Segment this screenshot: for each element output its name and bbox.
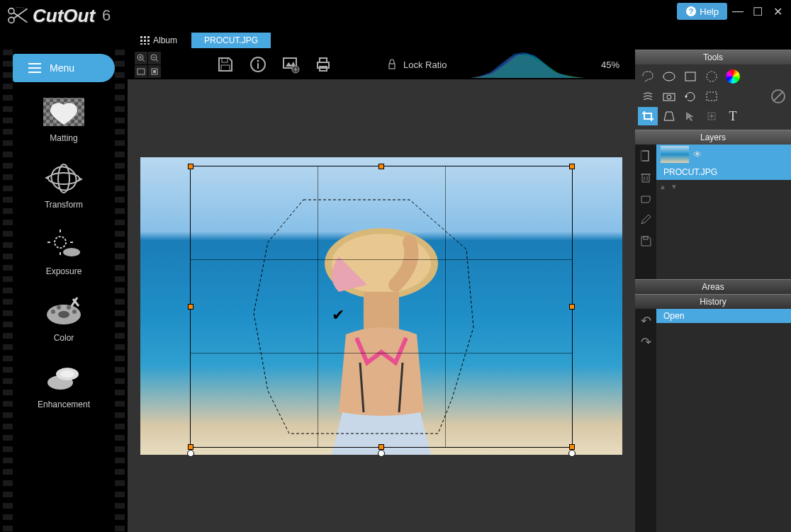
- layer-duplicate-button[interactable]: [637, 190, 654, 207]
- menu-icon: [27, 61, 43, 75]
- actual-button[interactable]: [148, 65, 161, 78]
- crop-handle-tl[interactable]: [188, 164, 193, 169]
- histogram: [471, 51, 584, 78]
- crop-handle-mr[interactable]: [569, 304, 575, 310]
- layer-down-button[interactable]: ▼: [671, 183, 678, 191]
- rotate-handle-bl[interactable]: [187, 450, 194, 457]
- image-add-button[interactable]: [279, 52, 303, 77]
- layer-thumbnail: [661, 146, 689, 163]
- tool-marquee[interactable]: [702, 87, 722, 106]
- save-button[interactable]: [213, 52, 237, 77]
- svg-point-76: [667, 95, 671, 99]
- tool-move[interactable]: [680, 107, 700, 125]
- tool-rotate[interactable]: [680, 87, 700, 106]
- tool-brush[interactable]: [638, 87, 658, 106]
- rotate-handle-bm[interactable]: [378, 450, 385, 457]
- crop-frame[interactable]: [190, 166, 573, 448]
- zoom-in-button[interactable]: [135, 52, 147, 64]
- svg-line-50: [156, 60, 158, 62]
- redo-button[interactable]: ↷: [641, 334, 651, 350]
- brush-icon: [641, 90, 655, 103]
- crop-handle-br[interactable]: [569, 444, 575, 450]
- layer-visibility-icon[interactable]: 👁: [693, 149, 702, 159]
- app-version: 6: [102, 6, 111, 25]
- confirm-icon[interactable]: ✔: [332, 306, 344, 324]
- pointer-icon: [683, 110, 697, 123]
- svg-point-28: [55, 237, 66, 248]
- tool-lasso[interactable]: [638, 67, 658, 86]
- rotate-handle-br[interactable]: [568, 450, 576, 457]
- svg-point-25: [47, 162, 80, 195]
- svg-rect-59: [257, 63, 259, 69]
- tabbar: Album PROCUT.JPG: [0, 31, 791, 50]
- print-button[interactable]: [311, 52, 335, 77]
- crop-handle-ml[interactable]: [188, 304, 193, 310]
- layer-order-arrows: ▲ ▼: [656, 180, 791, 193]
- color-icon: [39, 295, 89, 329]
- crop-handle-bl[interactable]: [188, 444, 193, 450]
- tool-text[interactable]: T: [723, 107, 743, 125]
- svg-rect-8: [147, 36, 150, 38]
- lock-ratio-toggle[interactable]: Lock Ratio: [386, 59, 447, 70]
- tool-color-wheel[interactable]: [723, 67, 743, 86]
- tool-expand[interactable]: [702, 107, 722, 125]
- history-item[interactable]: Open: [656, 309, 791, 323]
- tool-rect-select[interactable]: [680, 67, 700, 86]
- expand-icon: [705, 110, 719, 123]
- svg-rect-6: [140, 36, 142, 38]
- tool-crop[interactable]: [638, 107, 658, 125]
- svg-rect-78: [707, 92, 717, 101]
- layer-delete-button[interactable]: [637, 169, 654, 186]
- app-logo: CutOut 6: [6, 4, 111, 27]
- save-icon: [216, 55, 235, 74]
- crop-handle-tr[interactable]: [569, 164, 575, 169]
- rotate-icon: [683, 90, 697, 103]
- sidebar-item-matting[interactable]: Matting: [13, 89, 115, 149]
- layer-edit-button[interactable]: [637, 211, 654, 228]
- tab-album[interactable]: Album: [128, 33, 190, 48]
- layer-item[interactable]: 👁: [656, 145, 791, 164]
- svg-rect-10: [144, 40, 146, 42]
- layer-save-button[interactable]: [637, 232, 654, 249]
- menu-button[interactable]: Menu: [13, 54, 115, 82]
- layer-up-button[interactable]: ▲: [659, 183, 666, 191]
- zoom-out-button[interactable]: [148, 52, 161, 64]
- svg-line-46: [142, 60, 145, 62]
- canvas-area[interactable]: ✔: [128, 79, 635, 532]
- tool-none[interactable]: [768, 87, 788, 106]
- svg-point-39: [72, 310, 77, 314]
- layer-new-button[interactable]: [637, 147, 654, 164]
- svg-rect-12: [140, 43, 142, 45]
- scissors-icon: [6, 4, 28, 27]
- tool-round-select[interactable]: [702, 67, 722, 86]
- svg-rect-14: [147, 43, 150, 45]
- tool-camera[interactable]: [659, 87, 679, 106]
- sidebar-item-transform[interactable]: Transform: [13, 156, 115, 215]
- tab-file-active[interactable]: PROCUT.JPG: [191, 33, 271, 48]
- crop-handle-bm[interactable]: [378, 444, 384, 450]
- lock-icon: [386, 59, 398, 70]
- sidebar-item-color[interactable]: Color: [13, 289, 115, 349]
- tool-ellipse-select[interactable]: [659, 67, 679, 86]
- tool-perspective[interactable]: [659, 107, 679, 125]
- info-button[interactable]: [246, 52, 270, 77]
- minimize-button[interactable]: —: [729, 4, 747, 19]
- right-panel: Tools T L: [635, 50, 791, 532]
- fit-button[interactable]: [135, 65, 147, 78]
- maximize-button[interactable]: ☐: [748, 4, 767, 19]
- svg-line-80: [774, 92, 782, 101]
- svg-rect-86: [640, 150, 642, 162]
- filmstrip-left: [3, 50, 13, 532]
- app-title: CutOut: [33, 5, 95, 27]
- image-canvas[interactable]: ✔: [140, 157, 622, 455]
- sidebar-item-exposure[interactable]: Exposure: [13, 222, 115, 282]
- close-button[interactable]: ✕: [768, 4, 787, 19]
- titlebar: CutOut 6 ? Help — ☐ ✕: [0, 0, 791, 31]
- help-button[interactable]: ? Help: [677, 3, 727, 20]
- undo-button[interactable]: ↶: [641, 313, 651, 329]
- svg-point-1: [9, 17, 14, 23]
- fit-icon: [137, 67, 145, 76]
- crop-handle-tm[interactable]: [378, 164, 384, 169]
- sidebar-item-enhancement[interactable]: Enhancement: [13, 356, 115, 415]
- zoom-in-icon: [137, 54, 145, 62]
